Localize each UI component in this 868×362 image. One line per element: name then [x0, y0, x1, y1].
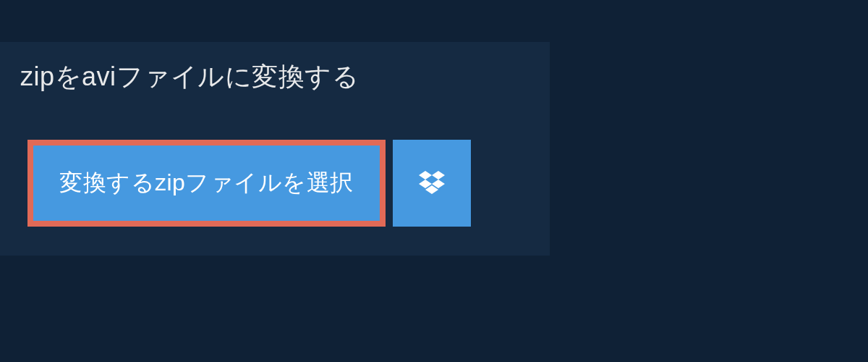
dropbox-button[interactable]: [393, 140, 471, 227]
select-file-button[interactable]: 変換するzipファイルを選択: [27, 140, 386, 227]
select-file-label: 変換するzipファイルを選択: [59, 167, 354, 199]
dropbox-icon: [419, 171, 445, 195]
title-bar: zipをaviファイルに変換する: [0, 42, 440, 112]
converter-panel: zipをaviファイルに変換する 変換するzipファイルを選択: [0, 42, 550, 256]
page-title: zipをaviファイルに変換する: [20, 59, 420, 95]
button-row: 変換するzipファイルを選択: [0, 112, 550, 227]
